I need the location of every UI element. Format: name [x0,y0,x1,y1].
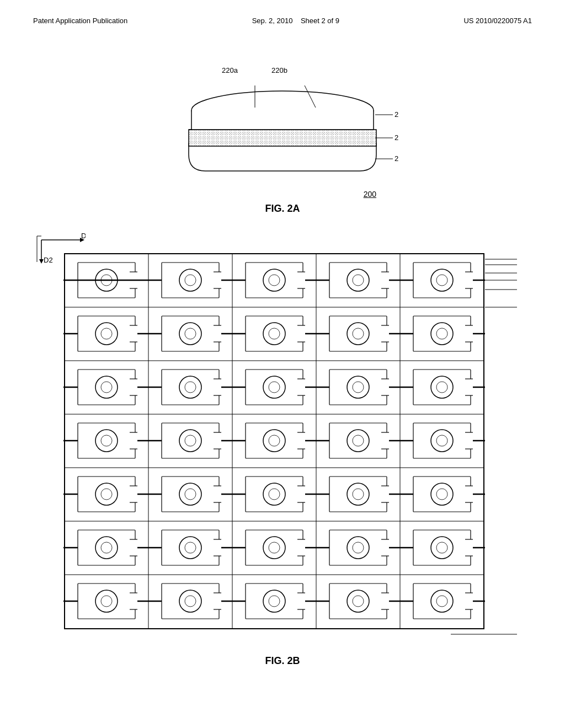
svg-point-179 [101,489,112,500]
svg-point-185 [185,489,196,500]
svg-point-110 [436,328,447,339]
fig2a-caption: FIG. 2A [145,203,420,215]
svg-rect-83 [130,325,137,342]
svg-point-98 [269,328,280,339]
direction-arrows: D1 D2 [36,232,86,267]
svg-rect-151 [214,432,221,449]
svg-point-117 [101,382,112,393]
svg-point-203 [436,489,447,500]
svg-point-92 [185,328,196,339]
svg-text:D2: D2 [44,256,53,264]
svg-point-228 [353,542,364,553]
svg-point-79 [436,275,447,286]
fig2a-diagram: 220a 220b [145,66,420,215]
svg-point-210 [101,542,112,553]
svg-point-259 [353,596,364,607]
svg-rect-12 [191,110,374,130]
fig2b-svg: 260 250 252 240 242 N 220 [48,243,517,651]
svg-rect-169 [465,432,473,449]
svg-rect-262 [465,593,473,609]
header-right: US 2010/0220075 A1 [463,17,532,25]
fig2a-svg: 220 230 210 [167,83,398,188]
header-left: Patent Application Publication [33,17,127,25]
svg-rect-207 [130,539,137,556]
svg-rect-120 [214,379,221,395]
svg-rect-95 [297,325,305,342]
svg-rect-219 [297,539,305,556]
fig2b-caption: FIG. 2B [30,655,535,667]
svg-rect-64 [297,272,305,288]
svg-point-166 [353,435,364,446]
svg-rect-89 [214,325,221,342]
svg-point-253 [269,596,280,607]
svg-rect-132 [381,379,389,395]
svg-point-241 [101,596,112,607]
svg-point-61 [185,275,196,286]
svg-rect-138 [465,379,473,395]
page-header: Patent Application Publication Sep. 2, 2… [33,17,532,25]
ref-220b: 220b [271,66,287,74]
svg-point-73 [353,275,364,286]
svg-point-135 [353,382,364,393]
svg-text:D1: D1 [81,232,86,240]
svg-marker-28 [39,259,44,264]
svg-point-141 [436,382,447,393]
svg-point-104 [353,328,364,339]
svg-rect-238 [130,593,137,609]
svg-rect-70 [381,272,389,288]
svg-rect-256 [381,593,389,609]
svg-point-129 [269,382,280,393]
svg-point-234 [436,542,447,553]
svg-rect-114 [130,379,137,395]
svg-point-123 [185,382,196,393]
svg-point-191 [269,489,280,500]
svg-rect-182 [214,486,221,502]
svg-rect-58 [214,272,221,288]
svg-rect-225 [381,539,389,556]
svg-rect-157 [297,432,305,449]
patent-page: Patent Application Publication Sep. 2, 2… [0,0,565,728]
svg-text:230: 230 [395,133,398,142]
svg-point-148 [101,435,112,446]
ref-220a: 220a [222,66,238,74]
svg-rect-76 [465,272,473,288]
svg-rect-200 [465,486,473,502]
svg-rect-163 [381,432,389,449]
svg-rect-244 [214,593,221,609]
svg-rect-231 [465,539,473,556]
header-center: Sep. 2, 2010 Sheet 2 of 9 [252,17,339,25]
svg-text:210: 210 [395,154,398,163]
svg-point-154 [185,435,196,446]
svg-text:220: 220 [395,110,398,119]
svg-rect-126 [297,379,305,395]
ref-200: 200 [364,190,376,199]
svg-rect-107 [465,325,473,342]
svg-point-67 [269,275,280,286]
svg-point-160 [269,435,280,446]
fig2b-diagram: D1 D2 [30,226,535,667]
svg-rect-101 [381,325,389,342]
svg-point-86 [101,328,112,339]
svg-point-172 [436,435,447,446]
svg-point-265 [436,596,447,607]
svg-point-222 [269,542,280,553]
svg-rect-0 [189,130,376,146]
svg-rect-188 [297,486,305,502]
svg-rect-145 [130,432,137,449]
svg-point-216 [185,542,196,553]
svg-rect-176 [130,486,137,502]
svg-rect-250 [297,593,305,609]
svg-rect-194 [381,486,389,502]
svg-point-197 [353,489,364,500]
svg-rect-213 [214,539,221,556]
svg-point-247 [185,596,196,607]
